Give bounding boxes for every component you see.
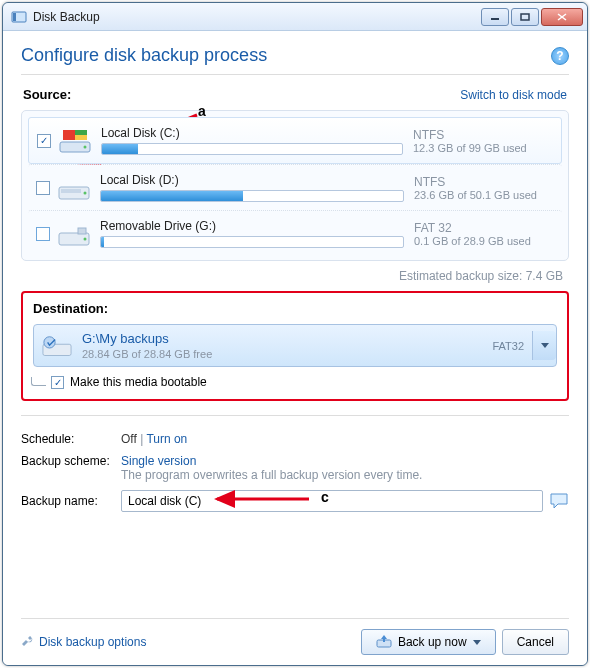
backup-name-input[interactable] xyxy=(121,490,543,512)
scheme-row: Backup scheme: Single version The progra… xyxy=(21,450,569,486)
svg-rect-10 xyxy=(75,130,87,135)
destination-free: 28.84 GB of 28.84 GB free xyxy=(82,348,212,360)
svg-point-8 xyxy=(84,145,87,148)
backup-name-row: Backup name: c xyxy=(21,486,569,516)
hdd-win-icon xyxy=(59,128,91,154)
svg-point-17 xyxy=(84,237,87,240)
page-title-row: Configure disk backup process ? xyxy=(21,45,569,66)
cancel-label: Cancel xyxy=(517,635,554,649)
drive-main: Local Disk (D:) xyxy=(100,173,404,202)
bootable-row: ✓ Make this media bootable xyxy=(33,375,557,389)
scheme-description: The program overwrites a full backup ver… xyxy=(121,468,422,482)
destination-dropdown[interactable]: G:\My backups 28.84 GB of 28.84 GB free … xyxy=(33,324,557,367)
scheme-label: Backup scheme: xyxy=(21,454,121,468)
cancel-button[interactable]: Cancel xyxy=(502,629,569,655)
drive-usage-bar xyxy=(100,190,404,202)
source-drive-row[interactable]: ✓ Local Disk (C:) NTFS 12.3 GB of 99 GB … xyxy=(28,117,562,164)
scheme-name-link[interactable]: Single version xyxy=(121,454,196,468)
drive-name: Local Disk (C:) xyxy=(101,126,403,140)
drive-usage-text: 0.1 GB of 28.9 GB used xyxy=(414,235,554,247)
maximize-button[interactable] xyxy=(511,8,539,26)
destination-section: Destination: G:\My backups 28.84 GB of 2… xyxy=(21,291,569,401)
schedule-label: Schedule: xyxy=(21,432,121,446)
drive-checkbox[interactable] xyxy=(36,227,50,241)
disk-backup-options-link[interactable]: Disk backup options xyxy=(21,634,146,651)
drive-meta: NTFS 23.6 GB of 50.1 GB used xyxy=(404,175,554,201)
drive-main: Removable Drive (G:) xyxy=(100,219,404,248)
drive-name: Removable Drive (G:) xyxy=(100,219,404,233)
svg-rect-11 xyxy=(75,135,87,140)
schedule-row: Schedule: Off | Turn on xyxy=(21,428,569,450)
destination-drive-icon xyxy=(42,333,72,359)
source-drive-row[interactable]: Removable Drive (G:) FAT 32 0.1 GB of 28… xyxy=(28,210,562,256)
source-drive-row[interactable]: Local Disk (D:) NTFS 23.6 GB of 50.1 GB … xyxy=(28,164,562,210)
drive-checkbox[interactable] xyxy=(36,181,50,195)
svg-rect-13 xyxy=(61,189,81,193)
divider xyxy=(21,74,569,75)
drive-usage-bar xyxy=(100,236,404,248)
svg-point-14 xyxy=(84,191,87,194)
backup-icon xyxy=(376,634,392,651)
destination-info: G:\My backups 28.84 GB of 28.84 GB free xyxy=(82,331,212,360)
drive-meta: FAT 32 0.1 GB of 28.9 GB used xyxy=(404,221,554,247)
schedule-off: Off xyxy=(121,432,137,446)
backup-name-label: Backup name: xyxy=(21,494,121,508)
chevron-down-icon xyxy=(541,343,549,348)
back-up-now-button[interactable]: Back up now xyxy=(361,629,496,655)
svg-point-19 xyxy=(44,336,55,347)
back-up-now-label: Back up now xyxy=(398,635,467,649)
disk-backup-window: Disk Backup Configure disk backup proces… xyxy=(2,2,588,666)
drive-usage-text: 23.6 GB of 50.1 GB used xyxy=(414,189,554,201)
minimize-button[interactable] xyxy=(481,8,509,26)
options-link-label: Disk backup options xyxy=(39,635,146,649)
destination-heading: Destination: xyxy=(33,301,557,316)
titlebar: Disk Backup xyxy=(3,3,587,31)
svg-rect-1 xyxy=(13,13,16,21)
chevron-down-icon xyxy=(473,640,481,645)
help-icon[interactable]: ? xyxy=(551,47,569,65)
content-area: Configure disk backup process ? Source: … xyxy=(3,31,587,665)
hdd-icon xyxy=(58,175,90,201)
schedule-value: Off | Turn on xyxy=(121,432,569,446)
removable-drive-icon xyxy=(58,221,90,247)
comment-icon[interactable] xyxy=(549,492,569,510)
window-title: Disk Backup xyxy=(33,10,481,24)
drive-usage-text: 12.3 GB of 99 GB used xyxy=(413,142,553,154)
schedule-turn-on-link[interactable]: Turn on xyxy=(146,432,187,446)
window-controls xyxy=(481,8,583,26)
app-icon xyxy=(11,9,27,25)
footer: Disk backup options Back up now Cancel xyxy=(21,618,569,655)
drive-filesystem: NTFS xyxy=(414,175,554,189)
drive-filesystem: FAT 32 xyxy=(414,221,554,235)
close-button[interactable] xyxy=(541,8,583,26)
svg-rect-3 xyxy=(521,14,529,20)
source-list: ✓ Local Disk (C:) NTFS 12.3 GB of 99 GB … xyxy=(21,110,569,261)
destination-caret[interactable] xyxy=(532,331,556,360)
source-heading: Source: xyxy=(23,87,71,102)
bootable-checkbox[interactable]: ✓ xyxy=(51,376,64,389)
drive-main: Local Disk (C:) xyxy=(101,126,403,155)
svg-rect-9 xyxy=(63,130,75,140)
drive-name: Local Disk (D:) xyxy=(100,173,404,187)
bootable-label: Make this media bootable xyxy=(70,375,207,389)
drive-meta: NTFS 12.3 GB of 99 GB used xyxy=(403,128,553,154)
drive-checkbox[interactable]: ✓ xyxy=(37,134,51,148)
drive-filesystem: NTFS xyxy=(413,128,553,142)
switch-disk-mode-link[interactable]: Switch to disk mode xyxy=(460,88,567,102)
drive-usage-bar xyxy=(101,143,403,155)
svg-rect-16 xyxy=(78,228,86,234)
scheme-value: Single version The program overwrites a … xyxy=(121,454,569,482)
destination-path: G:\My backups xyxy=(82,331,212,346)
estimated-size: Estimated backup size: 7.4 GB xyxy=(21,261,569,285)
source-header: Source: Switch to disk mode xyxy=(21,87,569,110)
page-title: Configure disk backup process xyxy=(21,45,267,66)
divider xyxy=(21,415,569,416)
wrench-icon xyxy=(21,634,35,651)
destination-filesystem: FAT32 xyxy=(492,340,524,352)
